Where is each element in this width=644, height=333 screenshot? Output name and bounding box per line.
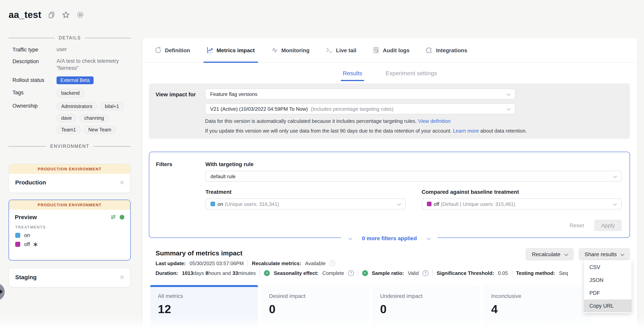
ownership-pill[interactable]: Team1 <box>56 126 80 134</box>
metric-card-undesired-impact[interactable]: Undesired impact 0 <box>372 285 480 329</box>
ownership-pill[interactable]: New Team <box>84 126 116 134</box>
recalculate-button[interactable]: Recalculate <box>526 248 574 260</box>
duration-minutes-word: minutes <box>238 270 256 276</box>
info-icon[interactable] <box>330 260 335 266</box>
share-results-button[interactable]: Share results <box>578 248 630 260</box>
recalculate-label: Recalculate <box>532 251 560 257</box>
ownership-pill[interactable]: dave <box>56 114 76 122</box>
flag-title-row: aa_test <box>8 9 84 20</box>
tab-audit-logs[interactable]: Audit logs <box>373 38 410 62</box>
treatment-select[interactable]: on (Unique users: 316,341) <box>206 198 406 210</box>
metric-card-value: 4 <box>491 302 584 316</box>
metric-card-label: Undesired impact <box>380 293 472 299</box>
chevron-down-icon <box>506 92 510 96</box>
metric-card-desired-impact[interactable]: Desired impact 0 <box>261 285 369 329</box>
view-definition-link[interactable]: View definition <box>418 118 451 124</box>
impact-version-select[interactable]: V21 (Active) (10/03/2022 04:59PM To Now)… <box>205 103 515 114</box>
metric-card-all-metrics[interactable]: All metrics 12 <box>150 285 258 329</box>
testing-method-value: Seq <box>559 270 568 276</box>
view-impact-panel: View impact for Feature flag versions V2… <box>149 84 630 139</box>
metric-cards-row: All metrics 12 Desired impact 0 Undesire… <box>150 285 591 329</box>
impact-note-1: Data for this version is automatically c… <box>205 118 515 124</box>
targeting-rule-label: With targeting rule <box>206 161 622 167</box>
more-filters-row: 0 more filters applied <box>149 235 630 241</box>
impact-mode-select[interactable]: Feature flag versions <box>205 88 515 100</box>
divider <box>358 270 358 276</box>
learn-more-link[interactable]: Learn more <box>453 128 479 134</box>
summary-meta-row-2: Duration: 1013days8hours and33minutes Se… <box>156 270 568 276</box>
impact-version-value: V21 (Active) (10/03/2022 04:59PM To Now) <box>210 106 308 112</box>
tab-integrations[interactable]: Integrations <box>426 38 467 62</box>
help-icon[interactable] <box>422 270 428 276</box>
env-card-production[interactable]: PRODUCTION ENVIRONMENT Production <box>8 164 130 193</box>
env-card-staging[interactable]: Staging <box>8 268 130 288</box>
ownership-label: Ownership <box>12 102 56 109</box>
tab-monitoring[interactable]: Monitoring <box>271 38 310 62</box>
star-icon[interactable] <box>62 11 70 19</box>
ownership-pill[interactable]: channing <box>80 114 109 122</box>
filters-panel: Filters With targeting rule default rule… <box>149 152 630 238</box>
production-environment-banner: PRODUCTION ENVIRONMENT <box>9 164 130 174</box>
tab-label: Audit logs <box>383 47 410 53</box>
baseline-treatment-select[interactable]: off (Default | Unique users: 315,461) <box>422 198 622 210</box>
env-name-preview: Preview <box>15 214 37 220</box>
divider-line <box>85 38 131 38</box>
env-name-production: Production <box>15 179 46 186</box>
seasonality-label: Seasonality effect: <box>274 270 318 276</box>
description-value: A/A test to check telemetry "fairness" <box>56 58 128 72</box>
ownership-pill[interactable]: bilal+1 <box>100 102 124 111</box>
summary-meta-row-1: Last update: 05/30/2025 03:57:06PM Recal… <box>156 260 335 266</box>
environment-section-label: ENVIRONMENT <box>50 144 90 148</box>
divider-line <box>8 146 46 146</box>
chevron-down-icon <box>620 252 624 256</box>
treatment-select-value: on <box>218 201 223 207</box>
main-panel: Definition Metrics impact Monitoring <box>142 38 638 333</box>
copy-icon[interactable] <box>48 11 55 18</box>
ownership-row: Ownership Administrators bilal+1 dave ch… <box>12 102 133 134</box>
tag-pill[interactable]: backend <box>56 89 84 98</box>
help-icon[interactable] <box>348 270 354 276</box>
details-list: Traffic type user Description A/A test t… <box>12 46 133 139</box>
traffic-type-value: user <box>56 46 67 53</box>
ownership-pill[interactable]: Administrators <box>56 102 97 111</box>
subtab-results[interactable]: Results <box>342 69 363 77</box>
swap-arrows-icon <box>110 214 116 220</box>
tab-metrics-impact[interactable]: Metrics impact <box>206 38 255 62</box>
menu-item-pdf[interactable]: PDF <box>584 286 632 300</box>
treatment-select-detail: (Unique users: 316,341) <box>225 201 279 207</box>
metric-card-label: All metrics <box>158 293 250 299</box>
details-section-divider: DETAILS <box>8 36 131 40</box>
view-impact-label: View impact for <box>156 91 196 98</box>
chevron-down-icon <box>427 236 431 240</box>
menu-item-copy-url[interactable]: Copy URL <box>584 300 632 312</box>
check-icon <box>264 270 270 276</box>
summary-title: Summary of metrics impact <box>156 250 242 257</box>
duration-hours-word: hours and <box>208 270 231 276</box>
impact-note-2: If you update this version we will only … <box>205 128 515 134</box>
menu-item-csv[interactable]: CSV <box>584 261 632 274</box>
metric-card-inconclusive[interactable]: Inconclusive 4 <box>484 285 591 329</box>
share-results-menu: CSV JSON PDF Copy URL <box>584 260 632 313</box>
significance-threshold-label: Significance Threshold: <box>436 270 494 276</box>
duration-days-word: days <box>193 270 204 276</box>
targeting-rule-select[interactable]: default rule <box>206 171 622 182</box>
more-filters-toggle[interactable]: 0 more filters applied <box>341 235 438 241</box>
treatment-on-label: on <box>24 232 30 238</box>
impact-note-2-tail: about data retention. <box>480 128 527 134</box>
duration-hours-number: 8 <box>206 270 208 276</box>
results-subtabs: Results Experiment settings <box>142 63 637 84</box>
reset-button[interactable]: Reset <box>570 222 584 228</box>
apply-button[interactable]: Apply <box>594 220 622 231</box>
duration-days-number: 1013 <box>182 270 193 276</box>
treatment-off-swatch <box>427 202 431 206</box>
subtab-experiment-settings[interactable]: Experiment settings <box>385 69 438 77</box>
ownership-pills: Administrators bilal+1 dave channing Tea… <box>56 102 133 134</box>
tab-definition[interactable]: Definition <box>155 38 190 62</box>
env-card-preview[interactable]: PRODUCTION ENVIRONMENT Preview TREATMENT… <box>8 200 130 260</box>
menu-item-json[interactable]: JSON <box>584 274 632 286</box>
gear-icon[interactable] <box>76 11 84 19</box>
chevron-down-icon <box>613 202 617 206</box>
tab-live-tail[interactable]: Live tail <box>326 38 356 62</box>
chevron-down-icon <box>397 202 401 206</box>
rollout-status-badge[interactable]: External Beta <box>56 76 94 84</box>
